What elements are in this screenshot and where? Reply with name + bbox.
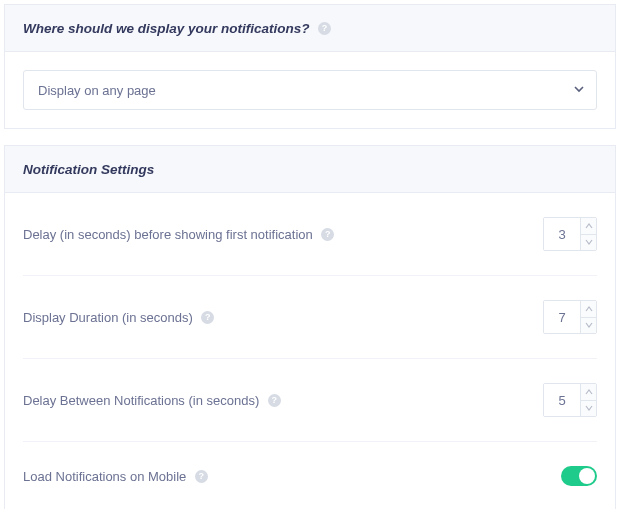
setting-label-wrap: Delay Between Notifications (in seconds)… (23, 391, 281, 409)
toggle-knob (579, 468, 595, 484)
stepper-down-button[interactable] (581, 401, 596, 417)
notification-settings-panel: Notification Settings Delay (in seconds)… (4, 145, 616, 509)
stepper-up-button[interactable] (581, 218, 596, 235)
section-spacer (4, 129, 616, 145)
display-duration-input[interactable] (544, 301, 580, 333)
help-icon[interactable]: ? (195, 470, 208, 483)
stepper-buttons (580, 384, 596, 416)
notification-settings-body: Delay (in seconds) before showing first … (5, 193, 615, 509)
notification-settings-title: Notification Settings (23, 162, 154, 177)
display-page-select-value: Display on any page (38, 83, 156, 98)
display-location-title: Where should we display your notificatio… (23, 21, 310, 36)
help-icon[interactable]: ? (318, 22, 331, 35)
setting-label-load-mobile: Load Notifications on Mobile (23, 469, 186, 484)
display-location-panel: Where should we display your notificatio… (4, 4, 616, 129)
stepper-down-button[interactable] (581, 235, 596, 251)
stepper-buttons (580, 218, 596, 250)
delay-between-stepper (543, 383, 597, 417)
stepper-up-button[interactable] (581, 301, 596, 318)
stepper-up-button[interactable] (581, 384, 596, 401)
setting-row-delay-first: Delay (in seconds) before showing first … (23, 211, 597, 276)
setting-row-delay-between: Delay Between Notifications (in seconds)… (23, 359, 597, 442)
setting-label-display-duration: Display Duration (in seconds) (23, 310, 193, 325)
display-page-select-wrap: Display on any page (23, 70, 597, 110)
display-duration-stepper (543, 300, 597, 334)
delay-first-input[interactable] (544, 218, 580, 250)
notification-settings-header: Notification Settings (5, 146, 615, 193)
load-mobile-toggle[interactable] (561, 466, 597, 486)
display-location-body: Display on any page (5, 52, 615, 128)
setting-label-wrap: Display Duration (in seconds) ? (23, 308, 214, 326)
setting-row-display-duration: Display Duration (in seconds) ? (23, 276, 597, 359)
display-page-select[interactable]: Display on any page (23, 70, 597, 110)
setting-label-wrap: Load Notifications on Mobile ? (23, 467, 208, 485)
setting-row-load-mobile: Load Notifications on Mobile ? (23, 442, 597, 509)
display-location-header: Where should we display your notificatio… (5, 5, 615, 52)
delay-first-stepper (543, 217, 597, 251)
help-icon[interactable]: ? (321, 228, 334, 241)
stepper-buttons (580, 301, 596, 333)
delay-between-input[interactable] (544, 384, 580, 416)
setting-label-wrap: Delay (in seconds) before showing first … (23, 225, 334, 243)
stepper-down-button[interactable] (581, 318, 596, 334)
help-icon[interactable]: ? (268, 394, 281, 407)
setting-label-delay-first: Delay (in seconds) before showing first … (23, 227, 313, 242)
setting-label-delay-between: Delay Between Notifications (in seconds) (23, 393, 259, 408)
help-icon[interactable]: ? (201, 311, 214, 324)
